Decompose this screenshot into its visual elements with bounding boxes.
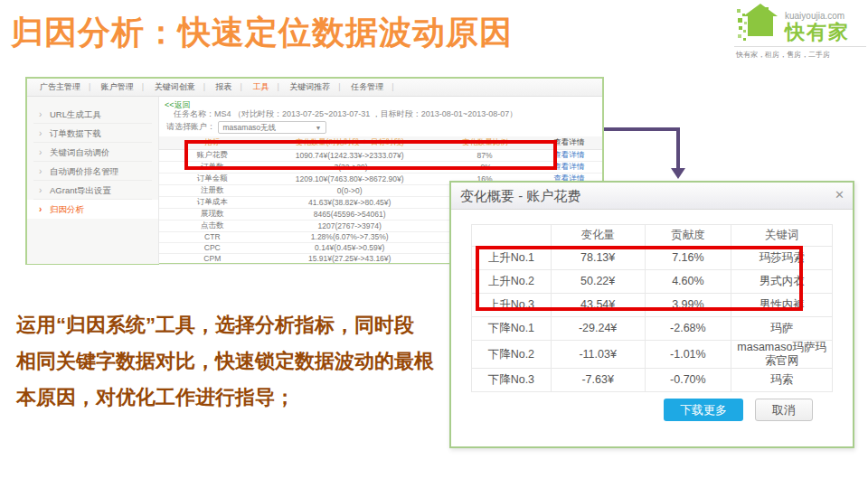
nav-separator: | (272, 82, 283, 91)
nav-item-tools[interactable]: 工具 (249, 79, 272, 96)
metric-name: 展现数 (159, 208, 266, 220)
connector-arrow-horizontal (604, 127, 680, 131)
logo-tagline: 快有家，租房，售房，二手房 (732, 47, 868, 60)
col-header-rank (472, 225, 552, 247)
caption-line: 本原因，对优化工作进行指导； (16, 380, 454, 416)
metric-name: CPM (159, 253, 266, 264)
table-row: 下降No.2-11.03¥-1.01%masamaso玛萨玛索官网 (472, 341, 833, 369)
keyword-value: 玛萨 (731, 317, 833, 341)
logo-text: kuaiyoujia.com 快有家 (783, 11, 866, 43)
metric-delta: 8465(45596->54061) (266, 208, 434, 220)
contribution-value: -1.01% (645, 341, 731, 369)
nav-separator: | (84, 82, 95, 91)
caption-line: 运用“归因系统”工具，选择分析指标，同时段 (16, 307, 454, 343)
chevron-down-icon: ▼ (316, 122, 322, 134)
task-value: MS4 （对比时段：2013-07-25~2013-07-31 ，目标时段：20… (214, 109, 517, 118)
sidebar-item-agrant-export[interactable]: AGrant导出设置 (33, 181, 152, 200)
close-icon[interactable]: ✕ (835, 183, 844, 208)
task-label: 任务名称： (174, 109, 214, 118)
metric-delta: 0(0->0) (266, 184, 434, 196)
metric-name: 点击数 (159, 220, 266, 231)
change-summary-dialog: 变化概要 - 账户花费 ✕ 变化量 贡献度 关键词 上升No.178.13¥7.… (449, 181, 854, 448)
slide-caption: 运用“归因系统”工具，选择分析指标，同时段 相同关键字数据对比，快速锁定数据波动… (16, 307, 454, 416)
nav-separator: | (334, 82, 344, 91)
change-value: -29.24¥ (551, 317, 645, 341)
dialog-buttons: 下载更多 取消 (471, 392, 833, 421)
col-header-keyword: 关键词 (731, 225, 833, 247)
rank-label: 下降No.3 (472, 369, 552, 392)
rank-label: 下降No.1 (472, 317, 552, 341)
nav-separator: | (137, 82, 148, 91)
nav-item-task-mgmt[interactable]: 任务管理 (347, 79, 387, 96)
metric-delta: 41.63¥(38.82¥->80.45¥) (266, 196, 434, 208)
metric-delta: 0.14¥(0.45¥->0.59¥) (266, 242, 434, 253)
dialog-body: 变化量 贡献度 关键词 上升No.178.13¥7.16%玛莎玛索 上升No.2… (451, 210, 853, 421)
sidebar-item-keyword-autoprice[interactable]: 关键词自动调价 (33, 143, 152, 162)
account-label: 请选择账户： (166, 122, 215, 131)
connector-arrow-vertical (676, 127, 680, 169)
col-header-change: 变化量 (551, 225, 645, 247)
nav-item-keyword-creative[interactable]: 关键词创意 (151, 79, 199, 96)
account-select-value: masamaso无线 (223, 123, 277, 132)
nav-separator: | (387, 82, 398, 91)
keyword-value: 玛索 (731, 369, 833, 392)
nav-separator: | (236, 82, 247, 91)
metric-name: CPC (159, 242, 266, 253)
dialog-title: 变化概要 - 账户花费 (460, 188, 580, 203)
change-value: -11.03¥ (551, 341, 645, 369)
sidebar-item-url-generator[interactable]: URL生成工具 (33, 105, 152, 124)
nav-item-advertiser-mgmt[interactable]: 广告主管理 (36, 79, 84, 96)
metric-delta: 1207(2767->3974) (266, 220, 434, 231)
page-title: 归因分析：快速定位数据波动原因 (11, 11, 513, 55)
metric-name: 订单金额 (159, 173, 266, 184)
table-row: 下降No.1-29.24¥-2.68%玛萨 (472, 317, 833, 341)
slide: 归因分析：快速定位数据波动原因 kuaiyoujia.com 快有家 (0, 0, 868, 488)
table-row: 下降No.3-7.63¥-0.70%玛索 (472, 369, 833, 392)
contribution-value: -0.70% (645, 369, 731, 392)
metric-name: 注册数 (159, 184, 266, 196)
metric-delta: 15.91¥(27.25¥->43.16¥) (266, 253, 434, 264)
metric-delta: 1209.10¥(7463.80¥->8672.90¥) (266, 173, 434, 184)
task-info: 任务名称：MS4 （对比时段：2013-07-25~2013-07-31 ，目标… (159, 108, 602, 119)
sidebar-item-order-download[interactable]: 订单数据下载 (33, 124, 152, 143)
col-header-contribution: 贡献度 (645, 225, 731, 247)
dialog-titlebar: 变化概要 - 账户花费 ✕ (451, 183, 853, 210)
cancel-button[interactable]: 取消 (755, 399, 813, 421)
arrow-head-icon (671, 168, 685, 179)
account-selector-row: 请选择账户： masamaso无线▼ (159, 119, 602, 135)
metric-delta: 1.28%(6.07%->7.35%) (266, 231, 434, 242)
download-more-button[interactable]: 下载更多 (664, 399, 743, 421)
change-value: -7.63¥ (551, 369, 645, 392)
nav-separator: | (199, 82, 210, 91)
keyword-value: masamaso玛萨玛索官网 (731, 341, 833, 369)
logo-top: kuaiyoujia.com 快有家 (732, 0, 868, 43)
top-nav: 广告主管理| 账户管理| 关键词创意| 报表| 工具| 关键词推荐| 任务管理| (27, 79, 602, 97)
account-select[interactable]: masamaso无线▼ (218, 121, 326, 134)
contribution-value: -2.68% (645, 317, 731, 341)
highlight-rect-top-risers (476, 246, 803, 311)
nav-item-account-mgmt[interactable]: 账户管理 (98, 79, 137, 96)
rank-label: 下降No.2 (472, 341, 552, 369)
back-link[interactable]: <<返回 (159, 99, 602, 108)
sidebar-item-rank-mgmt[interactable]: 自动调价排名管理 (33, 162, 152, 181)
sidebar: URL生成工具 订单数据下载 关键词自动调价 自动调价排名管理 AGrant导出… (27, 97, 159, 264)
caption-line: 相同关键字数据对比，快速锁定数据波动的最根 (16, 343, 454, 380)
sidebar-item-attribution-analysis[interactable]: 归因分析 (27, 200, 158, 219)
logo-brand-name: 快有家 (785, 22, 866, 43)
change-header-row: 变化量 贡献度 关键词 (472, 225, 833, 247)
highlight-rect-account-spend (184, 140, 557, 170)
house-icon (736, 2, 783, 43)
metric-name: 订单成本 (159, 196, 266, 208)
nav-item-reports[interactable]: 报表 (212, 79, 236, 96)
nav-item-keyword-recommend[interactable]: 关键词推荐 (286, 79, 334, 96)
brand-logo: kuaiyoujia.com 快有家 快有家，租房，售房，二手房 (732, 0, 868, 65)
metric-name: CTR (159, 231, 266, 242)
